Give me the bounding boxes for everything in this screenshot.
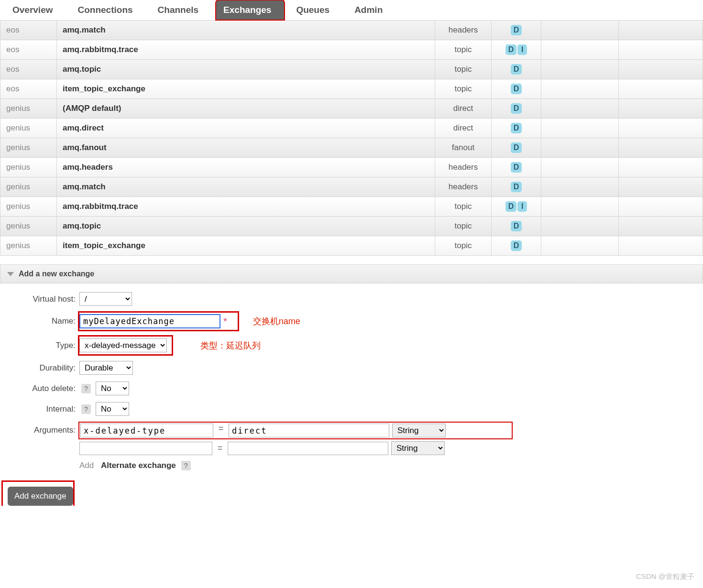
exchange-link[interactable]: amq.topic bbox=[57, 217, 435, 236]
help-alternate[interactable]: ? bbox=[181, 461, 191, 470]
table-row: geniusamq.matchheadersD bbox=[0, 177, 703, 197]
cell-features: D bbox=[492, 158, 541, 177]
select-durability[interactable]: Durable bbox=[79, 361, 133, 375]
tab-connections[interactable]: Connections bbox=[70, 0, 146, 20]
exchange-link[interactable]: amq.direct bbox=[57, 119, 435, 138]
cell-plus bbox=[619, 138, 703, 158]
cell-vhost: genius bbox=[0, 197, 57, 217]
caret-down-icon bbox=[7, 272, 14, 276]
cell-type: topic bbox=[435, 197, 492, 217]
alternate-exchange-link[interactable]: Alternate exchange bbox=[101, 461, 176, 470]
cell-features: D bbox=[492, 119, 541, 138]
cell-features: D bbox=[492, 60, 541, 79]
exchange-link[interactable]: amq.match bbox=[57, 21, 435, 40]
nav-tabs: OverviewConnectionsChannelsExchangesQueu… bbox=[0, 0, 703, 21]
cell-type: topic bbox=[435, 79, 492, 99]
cell-type: headers bbox=[435, 177, 492, 197]
cell-msgrate bbox=[541, 158, 619, 177]
section-add-exchange[interactable]: Add a new exchange bbox=[0, 264, 703, 283]
label-type: Type: bbox=[8, 341, 79, 350]
exchange-link[interactable]: amq.headers bbox=[57, 158, 435, 177]
cell-msgrate bbox=[541, 197, 619, 217]
cell-msgrate bbox=[541, 217, 619, 236]
cell-type: topic bbox=[435, 40, 492, 60]
help-autodelete[interactable]: ? bbox=[81, 384, 91, 393]
exchange-link[interactable]: amq.match bbox=[57, 177, 435, 197]
label-durability: Durability: bbox=[8, 363, 79, 373]
select-virtual-host[interactable]: / bbox=[79, 292, 132, 306]
arg-type-select[interactable]: String bbox=[391, 441, 445, 455]
cell-msgrate bbox=[541, 177, 619, 197]
add-text[interactable]: Add bbox=[79, 461, 94, 470]
tab-admin[interactable]: Admin bbox=[347, 0, 396, 20]
feature-badge: D bbox=[511, 25, 522, 35]
cell-msgrate bbox=[541, 236, 619, 256]
exchange-link[interactable]: amq.rabbitmq.trace bbox=[57, 40, 435, 60]
label-name: Name: bbox=[8, 316, 79, 326]
arg-value-input[interactable] bbox=[229, 424, 389, 437]
exchange-link[interactable]: item_topic_exchange bbox=[57, 79, 435, 99]
cell-vhost: genius bbox=[0, 236, 57, 256]
table-row: geniusamq.topictopicD bbox=[0, 217, 703, 236]
tab-queues[interactable]: Queues bbox=[288, 0, 343, 20]
arg-type-select[interactable]: String bbox=[392, 424, 446, 437]
select-autodelete[interactable]: No bbox=[96, 381, 129, 395]
cell-type: fanout bbox=[435, 138, 492, 158]
exchange-link[interactable]: item_topic_exchange bbox=[57, 236, 435, 256]
cell-type: headers bbox=[435, 158, 492, 177]
select-internal[interactable]: No bbox=[96, 402, 129, 416]
cell-features: DI bbox=[492, 40, 541, 60]
cell-type: topic bbox=[435, 236, 492, 256]
cell-msgrate bbox=[541, 60, 619, 79]
cell-plus bbox=[619, 158, 703, 177]
add-exchange-form: Virtual host: / Name: * 交换机name Type: x-… bbox=[0, 283, 703, 482]
add-exchange-button[interactable]: Add exchange bbox=[8, 487, 73, 506]
exchange-link[interactable]: (AMQP default) bbox=[57, 99, 435, 119]
cell-msgrate bbox=[541, 119, 619, 138]
exchange-link[interactable]: amq.topic bbox=[57, 60, 435, 79]
cell-msgrate bbox=[541, 99, 619, 119]
help-internal[interactable]: ? bbox=[81, 404, 91, 414]
cell-msgrate bbox=[541, 21, 619, 40]
tab-channels[interactable]: Channels bbox=[150, 0, 212, 20]
label-virtual-host: Virtual host: bbox=[8, 294, 79, 304]
feature-badge: D bbox=[511, 142, 522, 153]
cell-vhost: eos bbox=[0, 21, 57, 40]
cell-msgrate bbox=[541, 138, 619, 158]
cell-features: DI bbox=[492, 197, 541, 217]
select-type[interactable]: x-delayed-message bbox=[79, 338, 167, 352]
tab-overview[interactable]: Overview bbox=[5, 0, 66, 20]
cell-features: D bbox=[492, 217, 541, 236]
row-arguments: Arguments: =String=String Add Alternate … bbox=[8, 423, 695, 470]
row-autodelete: Auto delete: ? No bbox=[8, 381, 695, 395]
cell-features: D bbox=[492, 21, 541, 40]
table-row: geniusamq.headersheadersD bbox=[0, 158, 703, 177]
exchange-link[interactable]: amq.rabbitmq.trace bbox=[57, 197, 435, 217]
annotation-type: 类型：延迟队列 bbox=[200, 340, 261, 351]
feature-badge: D bbox=[511, 182, 522, 192]
tab-exchanges[interactable]: Exchanges bbox=[216, 0, 285, 20]
feature-badge: D bbox=[511, 64, 522, 75]
input-name[interactable] bbox=[79, 314, 220, 328]
arg-key-input[interactable] bbox=[80, 424, 213, 437]
arg-key-input[interactable] bbox=[79, 442, 212, 455]
row-name: Name: * 交换机name bbox=[8, 313, 695, 330]
cell-vhost: eos bbox=[0, 40, 57, 60]
arg-value-input[interactable] bbox=[228, 442, 388, 455]
cell-plus bbox=[619, 197, 703, 217]
cell-vhost: eos bbox=[0, 60, 57, 79]
required-star: * bbox=[223, 316, 227, 327]
table-row: geniusamq.directdirectD bbox=[0, 119, 703, 138]
row-durability: Durability: Durable bbox=[8, 361, 695, 375]
table-row: geniusamq.rabbitmq.tracetopicDI bbox=[0, 197, 703, 217]
feature-badge: D bbox=[511, 162, 522, 173]
cell-features: D bbox=[492, 79, 541, 99]
exchange-link[interactable]: amq.fanout bbox=[57, 138, 435, 158]
feature-badge: D bbox=[505, 44, 517, 55]
feature-badge: I bbox=[517, 201, 527, 212]
equals-sign: = bbox=[215, 443, 225, 453]
cell-plus bbox=[619, 40, 703, 60]
table-row: geniusitem_topic_exchangetopicD bbox=[0, 236, 703, 256]
label-autodelete: Auto delete: bbox=[8, 384, 79, 393]
cell-type: topic bbox=[435, 60, 492, 79]
